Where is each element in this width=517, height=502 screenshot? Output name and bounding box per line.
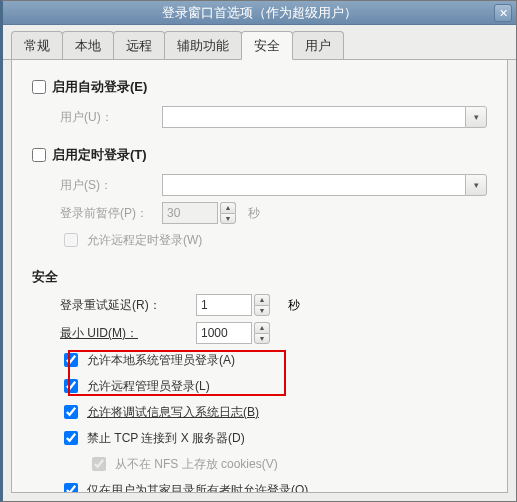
home-owner-checkbox[interactable]: [64, 483, 78, 493]
pause-spinner[interactable]: ▲ ▼: [162, 202, 242, 224]
pause-value-input[interactable]: [162, 202, 218, 224]
tab-local[interactable]: 本地: [62, 31, 114, 59]
deny-tcp-checkbox[interactable]: [64, 431, 78, 445]
pause-spin-up[interactable]: ▲: [220, 202, 236, 213]
auto-login-section: 启用自动登录(E) 用户(U)： ▾: [32, 78, 487, 128]
tab-users[interactable]: 用户: [292, 31, 344, 59]
chevron-down-icon: ▾: [474, 180, 479, 190]
window-title: 登录窗口首选项（作为超级用户）: [162, 4, 357, 22]
min-uid-spin-up[interactable]: ▲: [254, 322, 270, 333]
allow-local-admin-label: 允许本地系统管理员登录(A): [87, 352, 235, 369]
timed-login-section: 启用定时登录(T) 用户(S)： ▾ 登录前暂停(P)： ▲ ▼: [32, 146, 487, 250]
enable-timed-login-checkbox[interactable]: [32, 148, 46, 162]
tab-security[interactable]: 安全: [241, 31, 293, 60]
min-uid-input[interactable]: [196, 322, 252, 344]
tab-general[interactable]: 常规: [11, 31, 63, 59]
timed-login-user-label: 用户(S)：: [60, 177, 156, 194]
allow-remote-timed-checkbox[interactable]: [64, 233, 78, 247]
min-uid-spinner[interactable]: ▲ ▼: [196, 322, 276, 344]
retry-delay-spinner[interactable]: ▲ ▼: [196, 294, 276, 316]
enable-auto-login-label: 启用自动登录(E): [52, 78, 147, 96]
admin-login-group: 允许本地系统管理员登录(A) 允许远程管理员登录(L): [32, 350, 487, 396]
chevron-down-icon: ▾: [474, 112, 479, 122]
enable-auto-login-checkbox[interactable]: [32, 80, 46, 94]
tab-bar: 常规 本地 远程 辅助功能 安全 用户: [3, 25, 516, 60]
preferences-window: 登录窗口首选项（作为超级用户） ✕ 常规 本地 远程 辅助功能 安全 用户 启用…: [0, 0, 517, 502]
auto-login-user-combo[interactable]: ▾: [162, 106, 487, 128]
allow-local-admin-checkbox[interactable]: [64, 353, 78, 367]
min-uid-label: 最小 UID(M)：: [60, 325, 190, 342]
tab-remote[interactable]: 远程: [113, 31, 165, 59]
retry-spin-down[interactable]: ▼: [254, 305, 270, 317]
retry-delay-label: 登录重试延迟(R)：: [60, 297, 190, 314]
pause-unit-label: 秒: [248, 205, 260, 222]
security-section: 安全 登录重试延迟(R)： ▲ ▼ 秒 最小 UID(M)： ▲: [32, 268, 487, 493]
tab-content: 启用自动登录(E) 用户(U)： ▾ 启用定时登录(T) 用户(S)：: [11, 60, 508, 493]
auto-login-user-input[interactable]: [162, 106, 465, 128]
auto-login-user-dropdown-button[interactable]: ▾: [465, 106, 487, 128]
enable-timed-login-label: 启用定时登录(T): [52, 146, 147, 164]
tab-accessibility[interactable]: 辅助功能: [164, 31, 242, 59]
timed-login-user-combo[interactable]: ▾: [162, 174, 487, 196]
allow-syslog-checkbox[interactable]: [64, 405, 78, 419]
retry-delay-input[interactable]: [196, 294, 252, 316]
deny-tcp-label: 禁止 TCP 连接到 X 服务器(D): [87, 430, 245, 447]
home-owner-label: 仅在用户为其家目录所有者时允许登录(O): [87, 482, 308, 494]
nfs-cookies-label: 从不在 NFS 上存放 cookies(V): [115, 456, 278, 473]
retry-spin-up[interactable]: ▲: [254, 294, 270, 305]
security-section-title: 安全: [32, 268, 487, 286]
timed-login-user-input[interactable]: [162, 174, 465, 196]
allow-remote-timed-label: 允许远程定时登录(W): [87, 232, 202, 249]
pause-before-login-label: 登录前暂停(P)：: [60, 205, 156, 222]
close-button[interactable]: ✕: [494, 4, 512, 22]
titlebar: 登录窗口首选项（作为超级用户） ✕: [3, 1, 516, 25]
allow-syslog-label: 允许将调试信息写入系统日志(B): [87, 404, 259, 421]
min-uid-spin-down[interactable]: ▼: [254, 333, 270, 345]
close-icon: ✕: [499, 7, 508, 20]
nfs-cookies-checkbox[interactable]: [92, 457, 106, 471]
allow-remote-admin-checkbox[interactable]: [64, 379, 78, 393]
auto-login-user-label: 用户(U)：: [60, 109, 156, 126]
timed-login-user-dropdown-button[interactable]: ▾: [465, 174, 487, 196]
allow-remote-admin-label: 允许远程管理员登录(L): [87, 378, 210, 395]
pause-spin-down[interactable]: ▼: [220, 213, 236, 225]
retry-unit-label: 秒: [288, 297, 300, 314]
